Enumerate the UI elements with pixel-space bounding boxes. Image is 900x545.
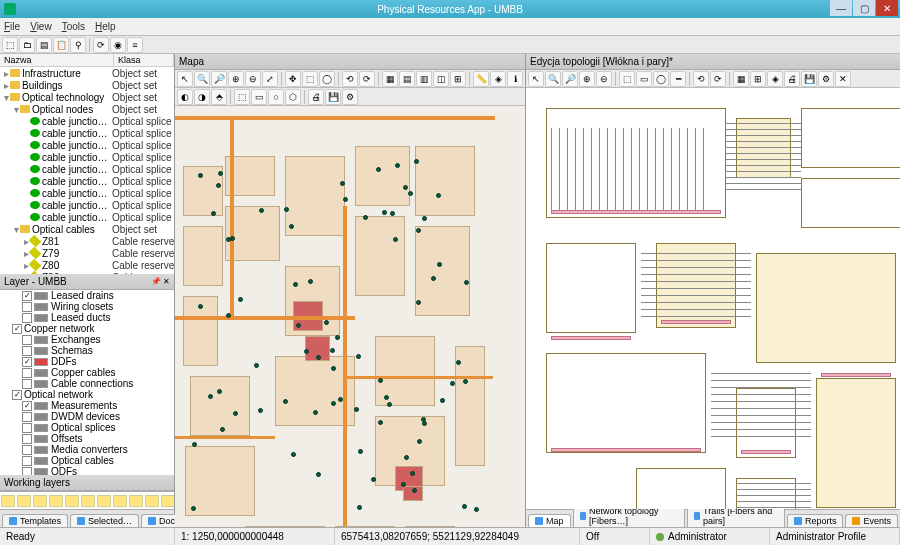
layer-row[interactable]: Optical splices [0, 422, 174, 433]
layer-row[interactable]: Copper cables [0, 367, 174, 378]
map-tool[interactable]: ◫ [433, 71, 449, 87]
tab[interactable]: Selected… [70, 514, 139, 527]
tree-row[interactable]: cable junction B2Optical splice [0, 163, 174, 175]
tree-row[interactable]: cable junction A3Optical splice [0, 139, 174, 151]
map-tool[interactable]: ℹ [507, 71, 523, 87]
tree-row[interactable]: cable junction C1Optical splice [0, 199, 174, 211]
layer-tree[interactable]: ✓Leased drainsWiring closetsLeased ducts… [0, 290, 174, 475]
object-tree[interactable]: ▸InfrastructureObject set▸BuildingsObjec… [0, 67, 174, 274]
layer-row[interactable]: Cable connections [0, 378, 174, 389]
tree-row[interactable]: ▾Optical nodesObject set [0, 103, 174, 115]
toolbar-btn[interactable]: ▤ [36, 37, 52, 53]
topo-tool[interactable]: ⟳ [710, 71, 726, 87]
topo-tool[interactable]: 🔍 [545, 71, 561, 87]
tree-row[interactable]: cable junction B3Optical splice [0, 175, 174, 187]
layer-row[interactable]: DWDM devices [0, 411, 174, 422]
menu-file[interactable]: File [4, 21, 20, 32]
tree-row[interactable]: ▸Z81Cable reserve [0, 235, 174, 247]
pin-icon[interactable]: 📌 ✕ [151, 277, 170, 286]
tree-row[interactable]: cable junction B1Optical splice [0, 151, 174, 163]
topo-tool[interactable]: ⊖ [596, 71, 612, 87]
layer-row[interactable]: Offsets [0, 433, 174, 444]
map-tool[interactable]: 💾 [325, 89, 341, 105]
layer-row[interactable]: ✓DDFs [0, 356, 174, 367]
map-tool[interactable]: 🔍 [194, 71, 210, 87]
topo-tool[interactable]: 🖨 [784, 71, 800, 87]
map-tool[interactable]: ⊞ [450, 71, 466, 87]
tree-row[interactable]: cable junction C2Optical splice [0, 211, 174, 223]
toolbar-btn[interactable]: ⚲ [70, 37, 86, 53]
layer-row[interactable]: Optical cables [0, 455, 174, 466]
maximize-button[interactable]: ▢ [853, 0, 875, 16]
tree-row[interactable]: cable junction B2/1Optical splice [0, 115, 174, 127]
map-tool[interactable]: ⟳ [359, 71, 375, 87]
map-tool[interactable]: ▥ [416, 71, 432, 87]
tab[interactable]: Reports [787, 514, 844, 527]
layer-row[interactable]: ODFs [0, 466, 174, 475]
layer-row[interactable]: Exchanges [0, 334, 174, 345]
topo-tool[interactable]: ⬚ [619, 71, 635, 87]
map-tool[interactable]: ▦ [382, 71, 398, 87]
tree-row[interactable]: ▸Z79Cable reserve [0, 247, 174, 259]
layer-row[interactable]: ✓Measurements [0, 400, 174, 411]
topo-tool[interactable]: 💾 [801, 71, 817, 87]
map-tool[interactable]: ⊕ [228, 71, 244, 87]
menu-help[interactable]: Help [95, 21, 116, 32]
map-tool[interactable]: ▤ [399, 71, 415, 87]
minimize-button[interactable]: — [830, 0, 852, 16]
map-tool[interactable]: ⟲ [342, 71, 358, 87]
toolbar-btn[interactable]: ◉ [110, 37, 126, 53]
topo-tool[interactable]: ▦ [733, 71, 749, 87]
map-tool[interactable]: ◈ [490, 71, 506, 87]
topo-tool[interactable]: ◈ [767, 71, 783, 87]
tree-row[interactable]: ▾Optical technologyObject set [0, 91, 174, 103]
map-tool[interactable]: ⬘ [211, 89, 227, 105]
menu-tools[interactable]: Tools [62, 21, 85, 32]
tree-row[interactable]: ▸InfrastructureObject set [0, 67, 174, 79]
close-button[interactable]: ✕ [876, 0, 898, 16]
map-tool[interactable]: ◯ [319, 71, 335, 87]
toolbar-btn[interactable]: ⬚ [2, 37, 18, 53]
map-tool[interactable]: ○ [268, 89, 284, 105]
tree-row[interactable]: cable junction A2Optical splice [0, 127, 174, 139]
layer-row[interactable]: Schemas [0, 345, 174, 356]
tree-row[interactable]: ▸Z80Cable reserve [0, 259, 174, 271]
toolbar-btn[interactable]: ≡ [127, 37, 143, 53]
map-tool[interactable]: ▭ [251, 89, 267, 105]
toolbar-btn[interactable]: 📋 [53, 37, 69, 53]
topology-canvas[interactable] [526, 88, 900, 509]
map-tool[interactable]: 🔎 [211, 71, 227, 87]
map-canvas[interactable] [175, 106, 525, 527]
topo-tool[interactable]: 🔎 [562, 71, 578, 87]
map-tool[interactable]: 📏 [473, 71, 489, 87]
menu-view[interactable]: View [30, 21, 52, 32]
topo-tool[interactable]: ⟲ [693, 71, 709, 87]
topo-tool[interactable]: ⚙ [818, 71, 834, 87]
map-tool[interactable]: ⚙ [342, 89, 358, 105]
toolbar-btn[interactable]: ⟳ [93, 37, 109, 53]
map-tool[interactable]: ✥ [285, 71, 301, 87]
map-tool[interactable]: ↖ [177, 71, 193, 87]
topo-tool[interactable]: ▭ [636, 71, 652, 87]
tab[interactable]: Events [845, 514, 898, 527]
tab[interactable]: Templates [2, 514, 68, 527]
map-tool[interactable]: ◐ [177, 89, 193, 105]
map-tool[interactable]: 🖨 [308, 89, 324, 105]
tree-row[interactable]: ▾Optical cablesObject set [0, 223, 174, 235]
working-layers-thumbs[interactable] [0, 491, 174, 509]
map-tool[interactable]: ⬡ [285, 89, 301, 105]
layer-row[interactable]: Wiring closets [0, 301, 174, 312]
map-tool[interactable]: ◑ [194, 89, 210, 105]
tree-row[interactable]: ▸BuildingsObject set [0, 79, 174, 91]
topo-tool[interactable]: ⊞ [750, 71, 766, 87]
topo-tool[interactable]: ✕ [835, 71, 851, 87]
map-tool[interactable]: ⤢ [262, 71, 278, 87]
topo-tool[interactable]: ━ [670, 71, 686, 87]
layer-row[interactable]: ✓Optical network [0, 389, 174, 400]
layer-row[interactable]: Leased ducts [0, 312, 174, 323]
topo-tool[interactable]: ↖ [528, 71, 544, 87]
topo-tool[interactable]: ⊕ [579, 71, 595, 87]
topo-tool[interactable]: ◯ [653, 71, 669, 87]
layer-row[interactable]: ✓Leased drains [0, 290, 174, 301]
map-tool[interactable]: ⬚ [302, 71, 318, 87]
